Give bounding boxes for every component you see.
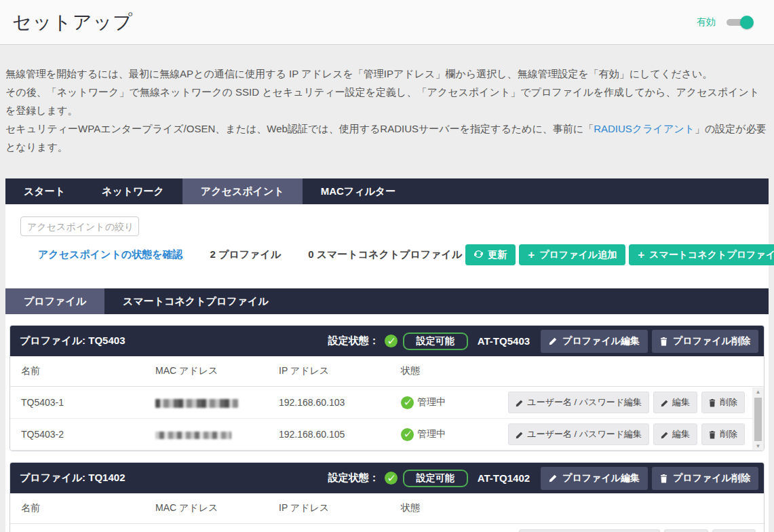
trash-icon (709, 430, 716, 440)
userpass-edit-label: ユーザー名 / パスワード編集 (527, 428, 642, 440)
col-ip: IP アドレス (279, 365, 401, 377)
model-name: AT-TQ5403 (478, 335, 530, 347)
status-cell: ✓ 管理中 (401, 396, 508, 409)
status-cell: ✓ 管理中 (401, 428, 508, 441)
row-actions: ユーザー名 / パスワード編集 編集 削除 (508, 423, 764, 445)
col-status: 状態 (401, 502, 764, 514)
enable-toggle[interactable] (727, 16, 754, 29)
panel-title: プロファイル: TQ1402 (20, 472, 125, 484)
action-row: アクセスポイントの状態を確認 2 プロファイル 0 スマートコネクトプロファイル… (20, 244, 761, 265)
enable-toggle-label: 有効 (697, 16, 716, 28)
tab-network[interactable]: ネットワーク (83, 178, 182, 204)
table-header-row: 名前 MAC アドレス IP アドレス 状態 (10, 493, 764, 524)
mosaic-blur (155, 399, 238, 408)
table-scrollbar[interactable]: ▲ ▼ (752, 387, 764, 451)
delete-button[interactable]: 削除 (712, 529, 756, 532)
radius-client-link[interactable]: RADIUSクライアント (594, 123, 695, 134)
action-left: アクセスポイントの状態を確認 2 プロファイル 0 スマートコネクトプロファイル (20, 248, 462, 261)
status-text: 管理中 (417, 396, 446, 408)
scroll-up-icon[interactable]: ▲ (756, 387, 761, 397)
col-mac: MAC アドレス (155, 502, 279, 514)
smart-profile-count: 0 スマートコネクトプロファイル (308, 248, 462, 261)
profile-subtabbar: プロファイル スマートコネクトプロファイル (5, 288, 769, 314)
add-smart-profile-button[interactable]: + スマートコネクトプロファイル追加 (629, 244, 774, 265)
page-title: セットアップ (12, 10, 133, 35)
profile-edit-button[interactable]: プロファイル編集 (541, 330, 648, 353)
profile-edit-button-label: プロファイル編集 (562, 472, 640, 484)
col-ip: IP アドレス (279, 502, 401, 514)
trash-icon (660, 336, 667, 347)
enable-toggle-group: 有効 (697, 16, 754, 29)
col-name: 名前 (21, 502, 155, 514)
profile-delete-button[interactable]: プロファイル削除 (652, 467, 758, 490)
pencil-icon (516, 398, 523, 408)
tab-mac-filter[interactable]: MACフィルター (303, 178, 414, 204)
ap-toolbar: アクセスポイントの状態を確認 2 プロファイル 0 スマートコネクトプロファイル… (5, 204, 769, 265)
pencil-icon (549, 474, 557, 483)
config-available-badge[interactable]: 設定可能 (403, 332, 468, 350)
profile-panel-tq5403: プロファイル: TQ5403 設定状態： ✓ 設定可能 AT-TQ5403 プロ… (9, 325, 765, 451)
ap-filter-input[interactable] (20, 216, 139, 236)
subtab-smart-profile[interactable]: スマートコネクトプロファイル (104, 288, 287, 314)
row-actions: ユーザー名 / パスワード編集 編集 削除 (508, 392, 764, 413)
scroll-thumb[interactable] (754, 398, 762, 441)
edit-button[interactable]: 編集 (664, 529, 708, 532)
pencil-icon (516, 430, 523, 440)
delete-label: 削除 (720, 428, 737, 440)
delete-button[interactable]: 削除 (701, 423, 745, 445)
profile-count: 2 プロファイル (210, 248, 282, 261)
userpass-edit-button[interactable]: ユーザー名 / パスワード編集 (508, 423, 649, 445)
userpass-edit-label: ユーザー名 / パスワード編集 (527, 396, 642, 408)
delete-button[interactable]: 削除 (701, 392, 745, 413)
col-mac: MAC アドレス (155, 365, 279, 377)
tab-access-point[interactable]: アクセスポイント (182, 178, 303, 204)
toggle-knob-icon (740, 16, 754, 29)
add-smart-profile-button-label: スマートコネクトプロファイル追加 (649, 249, 774, 261)
main-tabbar: スタート ネットワーク アクセスポイント MACフィルター (5, 178, 769, 204)
config-status-label: 設定状態： (328, 472, 379, 484)
mosaic-blur (155, 432, 231, 439)
ip-address: 192.168.60.105 (279, 429, 401, 440)
table-row: TQ5403-1 192.168.60.103 ✓ 管理中 ユーザー名 / パス… (10, 387, 764, 419)
mac-address-redacted (155, 397, 279, 408)
userpass-edit-button[interactable]: ユーザー名 / パスワード編集 (519, 529, 660, 532)
setup-card: スタート ネットワーク アクセスポイント MACフィルター アクセスポイントの状… (5, 178, 769, 532)
pencil-icon (661, 430, 668, 440)
delete-label: 削除 (720, 396, 737, 408)
profile-panel-tq1402: プロファイル: TQ1402 設定状態： ✓ 設定可能 AT-TQ1402 プロ… (9, 462, 765, 532)
edit-label: 編集 (672, 396, 690, 408)
model-name: AT-TQ1402 (478, 472, 530, 484)
add-profile-button-label: プロファイル追加 (539, 249, 617, 261)
tab-start[interactable]: スタート (5, 178, 83, 204)
intro-line-3: セキュリティーWPAエンタープライズ/OSEN、または、Web認証では、使用する… (5, 119, 767, 156)
intro-line-1: 無線管理を開始するには、最初に無線APとの通信に使用する IP アドレスを「管理… (5, 64, 767, 83)
ap-status-link[interactable]: アクセスポイントの状態を確認 (38, 248, 183, 261)
trash-icon (709, 398, 716, 408)
col-name: 名前 (21, 365, 155, 377)
panel-title: プロファイル: TQ5403 (20, 335, 125, 347)
plus-icon: + (638, 249, 644, 261)
check-circle-icon: ✓ (385, 472, 398, 484)
profile-edit-button[interactable]: プロファイル編集 (541, 467, 648, 490)
userpass-edit-button[interactable]: ユーザー名 / パスワード編集 (508, 392, 649, 413)
profile-delete-button-label: プロファイル削除 (673, 335, 750, 347)
edit-label: 編集 (672, 428, 690, 440)
check-circle-icon: ✓ (385, 335, 398, 347)
intro-line-3-before: セキュリティーWPAエンタープライズ/OSEN、または、Web認証では、使用する… (5, 123, 594, 134)
status-text: 管理中 (417, 428, 446, 440)
edit-button[interactable]: 編集 (653, 423, 697, 445)
col-status: 状態 (401, 365, 764, 377)
subtab-profile[interactable]: プロファイル (5, 288, 104, 314)
ap-name: TQ5403-2 (21, 429, 155, 440)
intro-line-2: その後、「ネットワーク」で無線ネットワークの SSID とセキュリティー設定を定… (5, 83, 767, 119)
edit-button[interactable]: 編集 (653, 392, 697, 413)
scroll-down-icon[interactable]: ▼ (756, 442, 761, 451)
table-header-row: 名前 MAC アドレス IP アドレス 状態 (10, 356, 764, 387)
check-circle-icon: ✓ (401, 396, 414, 409)
config-available-badge[interactable]: 設定可能 (403, 470, 468, 487)
config-status-label: 設定状態： (328, 335, 379, 347)
refresh-button[interactable]: 更新 (465, 244, 516, 265)
add-profile-button[interactable]: + プロファイル追加 (519, 244, 625, 265)
profile-delete-button[interactable]: プロファイル削除 (652, 330, 758, 353)
table-row: TQ1402 192.168.60.104 ✓ 管理中 ユーザー名 / パスワー… (10, 524, 764, 532)
